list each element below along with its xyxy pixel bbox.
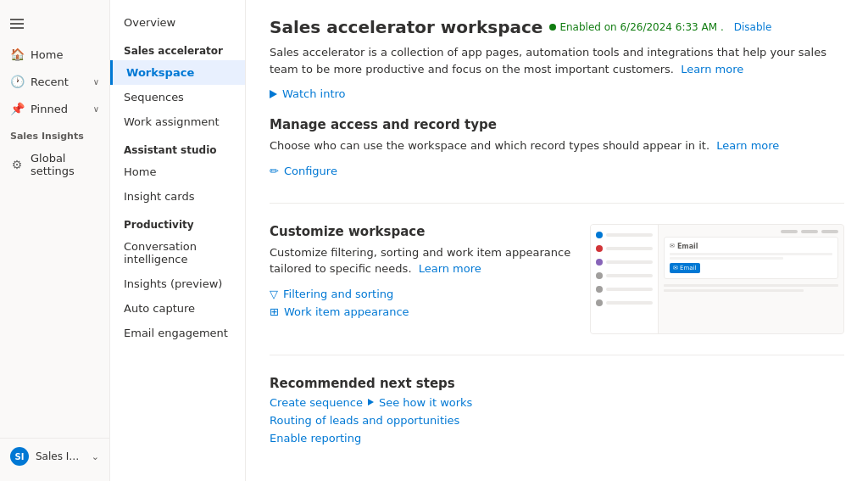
bottom-settings-item[interactable]: SI Sales Insights sett... ⌄ (0, 439, 109, 474)
preview-dot-red (596, 245, 603, 252)
preview-list-item-3 (591, 255, 658, 269)
preview-list-item-5 (591, 282, 658, 296)
preview-list (591, 225, 659, 333)
sidebar-item-insight-cards[interactable]: Insight cards (110, 184, 245, 209)
preview-card-title: ✉ Email (670, 243, 832, 250)
configure-button[interactable]: ✏ Configure (270, 165, 844, 177)
preview-line-4 (606, 274, 653, 277)
nav-pinned-label: Pinned (31, 103, 86, 115)
customize-workspace-description: Customize filtering, sorting and work it… (270, 244, 576, 277)
main-content: Sales accelerator workspace Enabled on 6… (246, 0, 868, 481)
manage-access-title: Manage access and record type (270, 117, 844, 132)
sidebar-item-workspace[interactable]: Workspace (110, 60, 245, 85)
status-text: Enabled on 6/26/2024 6:33 AM . (559, 21, 723, 33)
sidebar-item-assistant-home[interactable]: Home (110, 159, 245, 184)
hamburger-button[interactable] (0, 7, 109, 41)
sidebar-item-work-assignment[interactable]: Work assignment (110, 109, 245, 134)
routing-link[interactable]: Routing of leads and opportunities (270, 414, 844, 427)
work-item-appearance-button[interactable]: ⊞ Work item appearance (270, 305, 576, 318)
nav-recent-label: Recent (31, 76, 86, 88)
preview-dot-purple (596, 259, 603, 266)
avatar: SI (10, 447, 29, 466)
left-nav: 🏠 Home 🕐 Recent ∨ 📌 Pinned ∨ Sales Insig… (0, 0, 110, 481)
preview-card-line-2 (670, 257, 783, 260)
global-settings-label: Global settings (31, 152, 99, 177)
preview-line-3 (606, 260, 653, 264)
preview-dot-gray-3 (596, 299, 603, 306)
customize-left: Customize workspace Customize filtering,… (270, 224, 576, 323)
recommended-next-steps-section: Recommended next steps Create sequence S… (270, 376, 844, 465)
sidebar-item-auto-capture[interactable]: Auto capture (110, 296, 245, 321)
bottom-item-label: Sales Insights sett... (36, 450, 85, 462)
watch-intro-button[interactable]: Watch intro (270, 87, 844, 100)
preview-dot-gray-2 (596, 286, 603, 293)
customize-learn-more[interactable]: Learn more (419, 262, 481, 275)
create-sequence-row: Create sequence See how it works (270, 396, 844, 409)
filtering-sorting-button[interactable]: ▽ Filtering and sorting (270, 288, 576, 300)
sidebar-item-sequences[interactable]: Sequences (110, 85, 245, 109)
preview-card-line-1 (670, 253, 832, 255)
create-sequence-link[interactable]: Create sequence (270, 396, 363, 409)
sidebar-item-overview[interactable]: Overview (110, 10, 245, 35)
manage-access-description: Choose who can use the workspace and whi… (270, 137, 844, 154)
manage-access-section: Manage access and record type Choose who… (270, 117, 844, 204)
preview-line-1 (606, 233, 653, 237)
preview-dot-blue (596, 232, 603, 238)
learn-more-link-desc[interactable]: Learn more (681, 63, 743, 76)
sidebar-sales-accelerator-section: Sales accelerator (110, 35, 245, 60)
sidebar-item-email-engagement[interactable]: Email engagement (110, 321, 245, 345)
grid-icon: ⊞ (270, 305, 279, 318)
page-description: Sales accelerator is a collection of app… (270, 44, 844, 77)
nav-item-home[interactable]: 🏠 Home (0, 41, 109, 68)
sidebar-productivity-section: Productivity (110, 209, 245, 234)
customize-workspace-section: Customize workspace Customize filtering,… (270, 224, 844, 355)
sidebar: Overview Sales accelerator Workspace Seq… (110, 0, 246, 481)
preview-extra-line-2 (664, 289, 804, 292)
preview-line-5 (606, 288, 653, 291)
see-how-link[interactable]: See how it works (379, 396, 472, 409)
customize-workspace-title: Customize workspace (270, 224, 576, 239)
preview-list-item-1 (591, 228, 658, 242)
preview-action-3 (821, 230, 838, 233)
preview-list-item-4 (591, 269, 658, 282)
small-play-icon (368, 399, 374, 405)
pinned-chevron-icon: ∨ (93, 104, 99, 114)
pencil-icon: ✏ (270, 165, 279, 177)
customize-preview: ✉ Email ✉ Email (590, 224, 844, 334)
nav-item-global-settings[interactable]: ⚙ Global settings (0, 145, 109, 184)
preview-list-item-2 (591, 242, 658, 255)
preview-dot-gray-1 (596, 272, 603, 279)
preview-line-2 (606, 247, 653, 250)
next-steps-links: Create sequence See how it works Routing… (270, 396, 844, 445)
play-icon (270, 90, 277, 98)
sidebar-item-conversation-intelligence[interactable]: Conversation intelligence (110, 234, 245, 271)
enable-reporting-link[interactable]: Enable reporting (270, 432, 844, 445)
sales-insights-section-label: Sales Insights (0, 122, 109, 145)
home-icon: 🏠 (10, 48, 24, 61)
recent-icon: 🕐 (10, 75, 24, 88)
manage-access-learn-more[interactable]: Learn more (716, 139, 779, 152)
bottom-item-chevron-icon: ⌄ (92, 451, 99, 462)
preview-extra-line-1 (664, 284, 838, 287)
recent-chevron-icon: ∨ (93, 77, 99, 87)
preview-list-item-6 (591, 296, 658, 310)
filter-icon: ▽ (270, 288, 278, 300)
nav-item-recent[interactable]: 🕐 Recent ∨ (0, 68, 109, 95)
gear-icon: ⚙ (10, 158, 24, 171)
preview-line-6 (606, 301, 653, 305)
preview-action-1 (781, 230, 798, 233)
pinned-icon: 📌 (10, 102, 24, 115)
sidebar-item-insights-preview[interactable]: Insights (preview) (110, 271, 245, 296)
preview-extra-lines (664, 284, 838, 292)
customize-row: Customize workspace Customize filtering,… (270, 224, 844, 334)
bottom-nav: SI Sales Insights sett... ⌄ (0, 438, 109, 474)
disable-link[interactable]: Disable (734, 21, 772, 33)
preview-email-card: ✉ Email ✉ Email (664, 237, 838, 279)
page-header: Sales accelerator workspace Enabled on 6… (270, 17, 844, 37)
nav-home-label: Home (31, 48, 99, 61)
preview-action-2 (801, 230, 818, 233)
next-steps-title: Recommended next steps (270, 376, 844, 391)
nav-item-pinned[interactable]: 📌 Pinned ∨ (0, 95, 109, 122)
status-dot-icon (549, 24, 556, 31)
sidebar-assistant-studio-section: Assistant studio (110, 134, 245, 159)
